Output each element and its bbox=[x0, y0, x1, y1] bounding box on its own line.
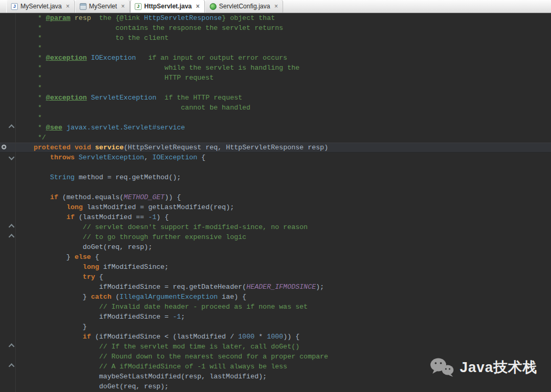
fold-marker-icon[interactable] bbox=[8, 154, 14, 160]
code-token: doGet(req, resp); bbox=[17, 383, 169, 390]
code-line[interactable]: * bbox=[0, 83, 551, 93]
close-tab-icon[interactable]: × bbox=[196, 3, 200, 9]
editor-tab-MyServlet.java[interactable]: JMyServlet.java× bbox=[6, 0, 75, 13]
code-token: ServletException bbox=[91, 94, 156, 102]
editor-tab-MyServlet[interactable]: MyServlet× bbox=[75, 0, 130, 13]
java-class-icon bbox=[210, 3, 217, 10]
code-token: catch bbox=[91, 293, 111, 301]
code-token: ); bbox=[316, 283, 325, 291]
code-line[interactable]: * @see javax.servlet.Servlet#service bbox=[0, 123, 551, 133]
close-tab-icon[interactable]: × bbox=[274, 3, 278, 9]
code-line[interactable]: // to go through further expensive logic bbox=[0, 232, 551, 242]
code-line[interactable]: // Invalid date header - proceed as if n… bbox=[0, 302, 551, 312]
code-line[interactable]: * bbox=[0, 43, 551, 53]
code-token: HEADER_IFMODSINCE bbox=[246, 283, 316, 291]
code-line[interactable]: String method = req.getMethod(); bbox=[0, 172, 551, 182]
code-line[interactable]: ifModifiedSince = req.getDateHeader(HEAD… bbox=[0, 282, 551, 292]
code-line[interactable] bbox=[0, 162, 551, 172]
code-token: protected bbox=[34, 144, 70, 151]
code-line[interactable]: } bbox=[0, 322, 551, 332]
code-line[interactable]: long lastModified = getLastModified(req)… bbox=[0, 202, 551, 212]
code-line[interactable]: if (lastModified == -1) { bbox=[0, 212, 551, 222]
code-line[interactable] bbox=[0, 182, 551, 192]
code-token: * bbox=[17, 114, 42, 122]
code-line[interactable]: // servlet doesn't support if-modified-s… bbox=[0, 222, 551, 232]
code-token bbox=[17, 193, 50, 201]
breakpoint-marker-icon[interactable] bbox=[2, 145, 6, 149]
code-token: ( bbox=[111, 293, 120, 301]
code-line[interactable]: */ bbox=[0, 133, 551, 143]
code-token: (lastModified == bbox=[74, 213, 148, 221]
code-line[interactable]: * cannot be handled bbox=[0, 103, 551, 113]
code-line[interactable]: * @exception IOException if an input or … bbox=[0, 53, 551, 63]
code-token: { bbox=[95, 273, 103, 281]
code-editor[interactable]: * @param resp the {@link HttpServletResp… bbox=[0, 13, 551, 392]
code-token: (ifModifiedSince < (lastModified / bbox=[91, 333, 238, 341]
code-token bbox=[17, 233, 83, 241]
code-token: * bbox=[17, 44, 42, 52]
code-token: )) { bbox=[165, 193, 181, 201]
code-line[interactable]: long ifModifiedSince; bbox=[0, 262, 551, 272]
code-token: iae) { bbox=[218, 293, 246, 301]
code-token: service bbox=[95, 144, 124, 151]
editor-tab-bar: JMyServlet.java×MyServlet×JHttpServlet.j… bbox=[0, 0, 551, 13]
servlet-icon bbox=[80, 3, 87, 10]
code-token: try bbox=[83, 273, 95, 281]
code-token: if bbox=[50, 193, 58, 201]
close-tab-icon[interactable]: × bbox=[66, 3, 70, 9]
java-file-icon: J bbox=[11, 3, 18, 10]
code-token: */ bbox=[17, 134, 46, 141]
code-line[interactable]: protected void service(HttpServletReques… bbox=[0, 143, 551, 153]
fold-marker-icon[interactable] bbox=[8, 363, 14, 369]
code-token: @exception bbox=[46, 54, 87, 62]
editor-tab-HttpServlet.java[interactable]: JHttpServlet.java× bbox=[130, 0, 205, 13]
code-area[interactable]: * @param resp the {@link HttpServletResp… bbox=[0, 13, 551, 391]
code-token: ifModifiedSince; bbox=[99, 263, 169, 271]
code-token: ; bbox=[181, 313, 185, 321]
editor-gutter[interactable] bbox=[0, 13, 16, 392]
code-line[interactable]: // If the servlet mod time is later, cal… bbox=[0, 342, 551, 352]
code-token: )) { bbox=[283, 333, 299, 341]
code-line[interactable]: * HTTP request bbox=[0, 73, 551, 83]
code-line[interactable]: } else { bbox=[0, 252, 551, 262]
code-line[interactable]: try { bbox=[0, 272, 551, 282]
code-line[interactable]: if (ifModifiedSince < (lastModified / 10… bbox=[0, 332, 551, 342]
code-line[interactable]: ifModifiedSince = -1; bbox=[0, 312, 551, 322]
code-token: // servlet doesn't support if-modified-s… bbox=[83, 223, 308, 231]
code-token: * bbox=[17, 94, 46, 102]
code-line[interactable]: * @param resp the {@link HttpServletResp… bbox=[0, 13, 551, 23]
code-line[interactable]: throws ServletException, IOException { bbox=[0, 153, 551, 162]
code-line[interactable]: doGet(req, resp); bbox=[0, 242, 551, 252]
code-line[interactable]: } catch (IllegalArgumentException iae) { bbox=[0, 292, 551, 302]
code-token: * HTTP request bbox=[17, 74, 213, 82]
fold-marker-icon[interactable] bbox=[8, 224, 14, 230]
code-token: } bbox=[17, 323, 87, 331]
fold-marker-icon[interactable] bbox=[8, 124, 14, 130]
tab-label: MyServlet.java bbox=[20, 3, 62, 10]
code-token: if an input or output error occurs bbox=[136, 54, 287, 62]
code-token: maybeSetLastModified(resp, lastModified)… bbox=[17, 373, 267, 380]
editor-tab-ServletConfig.java[interactable]: ServletConfig.java× bbox=[205, 0, 283, 13]
code-line[interactable]: doGet(req, resp); bbox=[0, 382, 551, 391]
fold-marker-icon[interactable] bbox=[8, 343, 14, 349]
code-token: void bbox=[74, 144, 91, 151]
close-tab-icon[interactable]: × bbox=[121, 3, 125, 9]
code-token: * bbox=[17, 14, 46, 22]
ide-window: JMyServlet.java×MyServlet×JHttpServlet.j… bbox=[0, 0, 551, 392]
code-line[interactable]: * bbox=[0, 113, 551, 123]
code-token bbox=[17, 203, 67, 211]
fold-marker-icon[interactable] bbox=[8, 234, 14, 239]
code-token: 1000 bbox=[238, 333, 254, 341]
code-line[interactable]: if (method.equals(METHOD_GET)) { bbox=[0, 192, 551, 202]
code-token bbox=[17, 343, 99, 351]
code-line[interactable]: * @exception ServletException if the HTT… bbox=[0, 93, 551, 103]
code-token: IllegalArgumentException bbox=[120, 293, 218, 301]
code-token: String bbox=[50, 173, 74, 181]
code-line[interactable]: * while the servlet is handling the bbox=[0, 63, 551, 73]
code-line[interactable]: * contains the response the servlet retu… bbox=[0, 23, 551, 33]
code-line[interactable]: * to the client bbox=[0, 33, 551, 43]
code-token bbox=[74, 154, 79, 161]
watermark: Java技术栈 bbox=[429, 357, 537, 377]
code-token bbox=[17, 363, 99, 371]
code-token: ServletException bbox=[79, 154, 144, 161]
